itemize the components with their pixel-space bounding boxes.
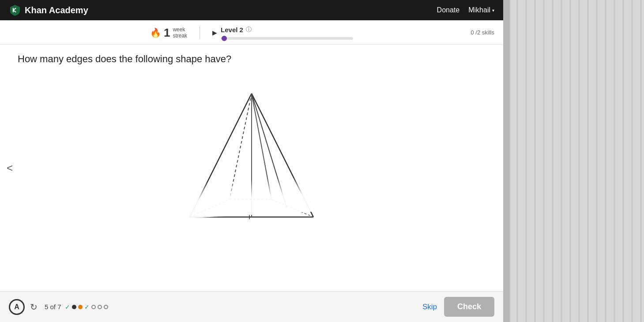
svg-line-8 <box>271 199 313 217</box>
dot-filled-1 <box>72 305 76 309</box>
svg-rect-17 <box>543 0 545 322</box>
svg-rect-26 <box>622 0 624 322</box>
level-label: Level 2 <box>221 26 243 34</box>
svg-line-6 <box>190 199 230 217</box>
skip-button[interactable]: Skip <box>422 303 437 311</box>
navbar-logo-text: Khan Academy <box>25 5 88 15</box>
dot-empty-1 <box>91 305 96 309</box>
circle-a-icon[interactable]: A <box>9 299 25 315</box>
level-progress-bar <box>221 37 353 40</box>
user-menu[interactable]: Mikhail ▾ <box>468 6 494 14</box>
back-chevron-button[interactable]: < <box>7 162 13 174</box>
svg-rect-22 <box>587 0 589 322</box>
streak-label: week streak <box>173 26 187 39</box>
svg-rect-28 <box>640 0 642 322</box>
skills-count: 0 /2 skills <box>471 29 494 36</box>
svg-rect-18 <box>552 0 554 322</box>
dot-empty-3 <box>104 305 108 309</box>
dot-check-2: ✓ <box>84 303 90 311</box>
navbar-right: Donate Mikhail ▾ <box>437 6 494 14</box>
notebook-lines-svg <box>503 0 644 322</box>
svg-rect-16 <box>534 0 536 322</box>
chevron-down-icon: ▾ <box>492 8 494 13</box>
progress-of-text: 5 of 7 <box>45 303 61 311</box>
svg-rect-27 <box>631 0 633 322</box>
streak-number: 1 <box>164 26 170 40</box>
check-button[interactable]: Check <box>444 297 494 317</box>
info-icon[interactable]: ⓘ <box>246 26 252 34</box>
svg-line-1 <box>252 94 313 217</box>
bottom-toolbar: A ↻ 5 of 7 ✓ ✓ Skip Check <box>0 291 503 322</box>
progress-dots: ✓ ✓ <box>65 303 108 311</box>
question-text: How many edges does the following shape … <box>18 53 486 65</box>
divider <box>200 26 200 39</box>
dot-empty-2 <box>98 305 102 309</box>
svg-rect-15 <box>525 0 527 322</box>
dot-check-1: ✓ <box>65 303 70 311</box>
svg-rect-25 <box>614 0 615 322</box>
navbar-logo: Khan Academy <box>9 4 88 16</box>
shape-svg <box>163 80 340 235</box>
bottom-left-icons: A ↻ <box>9 299 38 315</box>
progress-info: 5 of 7 ✓ ✓ <box>45 303 108 311</box>
play-icon: ▶ <box>212 29 217 36</box>
right-panel-stripe <box>503 0 509 322</box>
question-area: < How many edges does the following shap… <box>0 45 503 291</box>
level-section: ▶ Level 2 ⓘ <box>212 26 353 40</box>
right-panel <box>503 0 644 322</box>
svg-rect-24 <box>605 0 606 322</box>
a-label: A <box>14 303 19 311</box>
svg-rect-20 <box>569 0 571 322</box>
shape-container <box>18 74 486 241</box>
level-progress-section: Level 2 ⓘ <box>221 26 353 40</box>
svg-rect-21 <box>578 0 580 322</box>
svg-line-4 <box>252 94 271 199</box>
level-progress-dot <box>222 36 227 41</box>
dot-filled-2 <box>78 305 83 309</box>
svg-line-0 <box>190 94 252 217</box>
navbar: Khan Academy Donate Mikhail ▾ <box>0 0 503 20</box>
svg-line-9 <box>252 94 287 208</box>
main-content: Khan Academy Donate Mikhail ▾ 🔥 1 week s… <box>0 0 503 322</box>
refresh-icon[interactable]: ↻ <box>30 302 38 312</box>
donate-button[interactable]: Donate <box>437 6 460 14</box>
svg-rect-19 <box>561 0 562 322</box>
ka-logo-icon <box>9 4 21 16</box>
user-name: Mikhail <box>468 6 490 14</box>
progress-area: 🔥 1 week streak ▶ Level 2 ⓘ 0 /2 skills <box>0 20 503 45</box>
streak-section: 🔥 1 week streak <box>150 26 187 40</box>
svg-rect-23 <box>596 0 598 322</box>
svg-rect-14 <box>516 0 518 322</box>
fire-icon: 🔥 <box>150 27 161 38</box>
svg-line-3 <box>230 94 252 199</box>
